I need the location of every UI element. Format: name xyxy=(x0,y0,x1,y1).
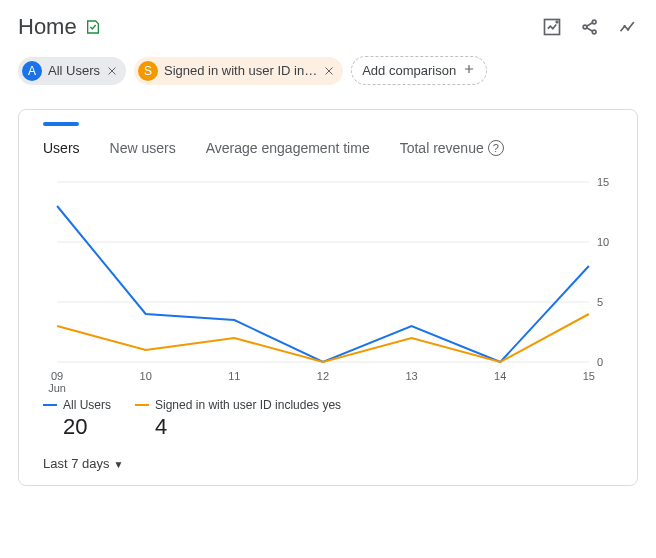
legend-signed-in: Signed in with user ID includes yes 4 xyxy=(135,398,341,440)
page-title: Home xyxy=(18,14,77,40)
line-chart: 05101509101112131415Jun xyxy=(27,172,629,392)
svg-point-2 xyxy=(592,20,596,24)
svg-text:5: 5 xyxy=(597,296,603,308)
svg-text:09: 09 xyxy=(51,370,63,382)
svg-text:12: 12 xyxy=(317,370,329,382)
share-icon[interactable] xyxy=(580,17,600,37)
svg-text:10: 10 xyxy=(140,370,152,382)
svg-point-3 xyxy=(592,30,596,34)
chart-legend: All Users 20 Signed in with user ID incl… xyxy=(19,392,637,440)
svg-point-1 xyxy=(583,25,587,29)
metric-new-users[interactable]: New users xyxy=(110,140,176,156)
plus-icon xyxy=(462,62,476,79)
chip-label-b: Signed in with user ID in… xyxy=(164,63,317,78)
overview-card: Users New users Average engagement time … xyxy=(18,109,638,486)
legend-b-label: Signed in with user ID includes yes xyxy=(155,398,341,412)
close-icon[interactable] xyxy=(323,65,335,77)
chip-avatar-a: A xyxy=(22,61,42,81)
svg-text:10: 10 xyxy=(597,236,609,248)
metric-avg-engagement[interactable]: Average engagement time xyxy=(206,140,370,156)
chip-avatar-b: S xyxy=(138,61,158,81)
svg-point-5 xyxy=(627,28,630,31)
legend-a-value: 20 xyxy=(43,414,111,440)
add-comparison-button[interactable]: Add comparison xyxy=(351,56,487,85)
svg-text:15: 15 xyxy=(583,370,595,382)
svg-text:13: 13 xyxy=(405,370,417,382)
legend-a-label: All Users xyxy=(63,398,111,412)
svg-text:0: 0 xyxy=(597,356,603,368)
comparison-chips: A All Users S Signed in with user ID in…… xyxy=(0,46,656,99)
svg-text:Jun: Jun xyxy=(48,382,66,392)
svg-point-4 xyxy=(623,25,626,28)
chip-label-a: All Users xyxy=(48,63,100,78)
legend-all-users: All Users 20 xyxy=(43,398,111,440)
add-comparison-label: Add comparison xyxy=(362,63,456,78)
date-range-selector[interactable]: Last 7 days▼ xyxy=(43,456,123,471)
metric-total-revenue[interactable]: Total revenue ? xyxy=(400,140,504,156)
chip-signed-in[interactable]: S Signed in with user ID in… xyxy=(134,57,343,85)
insights-icon[interactable] xyxy=(542,17,562,37)
legend-b-value: 4 xyxy=(135,414,341,440)
close-icon[interactable] xyxy=(106,65,118,77)
trend-icon[interactable] xyxy=(618,17,638,37)
metric-tabs: Users New users Average engagement time … xyxy=(19,126,637,160)
chip-all-users[interactable]: A All Users xyxy=(18,57,126,85)
svg-text:14: 14 xyxy=(494,370,506,382)
svg-text:15: 15 xyxy=(597,176,609,188)
svg-text:11: 11 xyxy=(228,370,240,382)
help-icon[interactable]: ? xyxy=(488,140,504,156)
metric-users[interactable]: Users xyxy=(43,140,80,156)
verified-icon xyxy=(85,19,101,35)
